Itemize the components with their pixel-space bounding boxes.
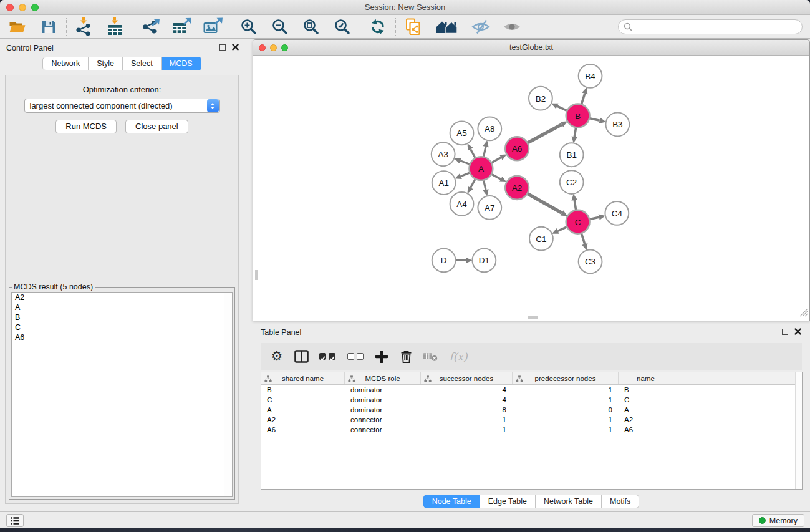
delete-column-icon[interactable] [398, 350, 413, 363]
mcds-result-item[interactable]: A6 [12, 332, 232, 342]
add-column-icon[interactable] [374, 351, 389, 363]
export-table-icon[interactable] [172, 17, 192, 36]
table-cell: 1 [421, 416, 513, 423]
refresh-icon[interactable] [368, 17, 388, 36]
table-row[interactable]: Cdominator41C [261, 395, 802, 405]
optimization-criterion-label: Optimization criterion: [6, 85, 238, 94]
close-panel-icon[interactable] [232, 44, 239, 51]
criterion-select[interactable]: largest connected component (directed) [24, 99, 220, 113]
deselect-all-rows-icon[interactable] [346, 353, 365, 360]
network-file-icon[interactable] [403, 17, 423, 36]
zoom-out-icon[interactable] [270, 17, 290, 36]
graph-node-A5[interactable]: A5 [450, 122, 474, 145]
vertical-scroll-hint [255, 270, 258, 280]
float-table-panel-icon[interactable] [782, 329, 788, 335]
table-cell: A2 [261, 416, 345, 423]
graph-node-B2[interactable]: B2 [529, 87, 552, 110]
toolbar-separator [231, 18, 231, 36]
mcds-result-item[interactable]: A [12, 302, 232, 312]
close-panel-button[interactable]: Close panel [125, 120, 188, 133]
hide-selected-icon[interactable] [471, 17, 491, 36]
graph-node-A1[interactable]: A1 [432, 171, 456, 195]
column-type-icon [516, 375, 523, 384]
svg-text:C2: C2 [566, 178, 577, 187]
export-network-icon[interactable] [141, 17, 161, 36]
show-all-icon[interactable] [502, 17, 522, 36]
graph-node-B3[interactable]: B3 [605, 113, 629, 137]
column-header-predecessor-nodes[interactable]: predecessor nodes [513, 372, 619, 384]
tab-mcds[interactable]: MCDS [162, 57, 201, 70]
graph-node-D1[interactable]: D1 [472, 249, 496, 273]
column-label: shared name [282, 375, 324, 382]
float-panel-icon[interactable] [219, 44, 226, 51]
tab-edge-table[interactable]: Edge Table [480, 495, 536, 508]
column-manager-icon[interactable] [294, 350, 309, 363]
resize-grip-icon[interactable] [800, 308, 808, 319]
tab-motifs[interactable]: Motifs [602, 495, 639, 508]
import-table-icon[interactable] [105, 17, 125, 36]
export-image-icon[interactable] [203, 17, 223, 36]
tab-node-table[interactable]: Node Table [423, 495, 480, 508]
graph-node-B1[interactable]: B1 [560, 143, 584, 167]
memory-button[interactable]: Memory [752, 514, 804, 527]
mcds-result-item[interactable]: C [12, 322, 232, 332]
svg-text:B1: B1 [566, 150, 576, 160]
network-window-titlebar[interactable]: testGlobe.txt [253, 40, 809, 56]
column-header-successor-nodes[interactable]: successor nodes [421, 372, 513, 384]
control-panel-title: Control Panel [6, 44, 54, 52]
svg-text:C4: C4 [612, 209, 623, 218]
mcds-result-list[interactable]: A2ABCA6 [11, 292, 233, 497]
column-header-shared-name[interactable]: shared name [261, 372, 345, 384]
toolbar-separator [133, 18, 133, 36]
graph-node-C1[interactable]: C1 [529, 227, 553, 251]
table-cell: 1 [513, 426, 619, 433]
save-session-icon[interactable] [39, 17, 59, 36]
column-header-mcds-role[interactable]: MCDS role [345, 372, 421, 384]
table-row[interactable]: Adominator80A [261, 405, 802, 415]
search-input[interactable] [632, 22, 797, 31]
table-scrollbar[interactable] [795, 372, 802, 489]
network-canvas[interactable]: B4B2BB3A8A5A6A3B1AA1C2A2A4A7C4CC1DD1C3 [254, 56, 809, 320]
graph-node-C3[interactable]: C3 [579, 250, 602, 274]
home-icon[interactable] [435, 17, 460, 36]
run-mcds-button[interactable]: Run MCDS [55, 120, 117, 133]
graph-node-D[interactable]: D [432, 249, 456, 273]
graph-node-A3[interactable]: A3 [432, 142, 455, 166]
graph-node-C2[interactable]: C2 [560, 170, 584, 194]
graph-edge-A6-B[interactable] [526, 125, 562, 144]
table-row[interactable]: A6connector11A6 [261, 425, 802, 435]
tab-network[interactable]: Network [42, 57, 89, 70]
tab-style[interactable]: Style [89, 57, 123, 70]
table-options-icon[interactable]: ⚙ [269, 350, 284, 363]
graph-node-A4[interactable]: A4 [450, 192, 474, 216]
zoom-in-icon[interactable] [239, 17, 259, 36]
open-session-icon[interactable] [7, 17, 27, 36]
tab-network-table[interactable]: Network Table [536, 495, 602, 508]
close-table-panel-icon[interactable] [794, 328, 801, 335]
graph-node-B4[interactable]: B4 [579, 64, 602, 88]
graph-node-A8[interactable]: A8 [478, 117, 501, 141]
tab-select[interactable]: Select [123, 57, 162, 70]
mcds-result-item[interactable]: B [12, 312, 232, 322]
mcds-result-item[interactable]: A2 [12, 293, 232, 302]
memory-status-icon [759, 517, 766, 524]
column-type-icon [264, 375, 272, 384]
graph-node-B[interactable]: B [566, 104, 590, 128]
graph-node-A[interactable]: A [469, 157, 493, 180]
select-all-rows-icon[interactable] [318, 353, 337, 360]
svg-text:A3: A3 [438, 150, 448, 159]
result-scrollbar[interactable] [224, 293, 232, 496]
import-network-icon[interactable] [74, 17, 94, 36]
graph-edge-A2-C[interactable] [526, 193, 562, 213]
table-row[interactable]: A2connector11A2 [261, 415, 802, 425]
task-history-button[interactable] [6, 514, 24, 527]
graph-node-A2[interactable]: A2 [505, 176, 529, 200]
graph-node-C4[interactable]: C4 [605, 201, 629, 225]
table-row[interactable]: Bdominator41B [261, 385, 802, 395]
graph-node-C[interactable]: C [566, 210, 590, 234]
graph-node-A6[interactable]: A6 [505, 137, 529, 160]
zoom-fit-icon[interactable] [301, 17, 321, 36]
column-header-name[interactable]: name [619, 372, 673, 384]
graph-node-A7[interactable]: A7 [478, 196, 501, 220]
zoom-selected-icon[interactable] [332, 17, 352, 36]
